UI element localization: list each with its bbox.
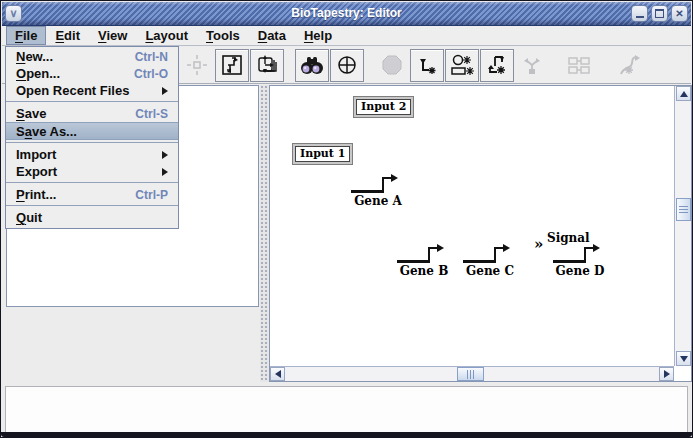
menu-item-import[interactable]: Import — [6, 146, 178, 163]
window-frame-bottom — [1, 432, 692, 437]
bottom-panel — [5, 386, 688, 433]
grip-icon — [679, 206, 688, 214]
menu-help[interactable]: Help — [295, 26, 341, 45]
zoom-box-arrows-button[interactable] — [215, 49, 249, 82]
maximize-icon — [655, 9, 664, 18]
branch-arrows-icon — [520, 53, 544, 77]
center-button[interactable] — [330, 49, 364, 82]
curved-arrow-new-icon — [617, 53, 643, 77]
bent-arrow-new-icon — [415, 53, 439, 77]
menu-tools[interactable]: Tools — [197, 26, 249, 45]
arrow-down-icon — [680, 356, 688, 362]
minimize-icon — [636, 16, 644, 18]
menu-separator — [6, 140, 178, 146]
gene-glyph — [396, 242, 444, 264]
crosshair-target-icon — [335, 53, 359, 77]
gene-shapes-new-icon — [449, 53, 475, 77]
h-scroll-right-button[interactable] — [659, 367, 674, 381]
compress-arrows-button — [180, 49, 214, 82]
accelerator: Ctrl-S — [135, 107, 168, 121]
menu-edit[interactable]: Edit — [46, 26, 89, 45]
menu-item-open[interactable]: Open... Ctrl-O — [6, 65, 178, 82]
binoculars-search-icon — [299, 54, 325, 76]
signal-chevron-icon: » — [534, 238, 543, 250]
submenu-arrow-icon — [162, 168, 168, 176]
search-button[interactable] — [295, 49, 329, 82]
arrows-new-icon — [485, 53, 509, 77]
v-scroll-down-button[interactable] — [676, 351, 691, 366]
node-gene-a[interactable]: Gene A — [350, 172, 406, 208]
menu-layout[interactable]: Layout — [136, 26, 197, 45]
arrow-left-icon — [275, 370, 281, 378]
network-canvas[interactable]: Input 2 Input 1 Gene A Gene B Gene C Gen… — [270, 86, 674, 366]
vertical-scrollbar[interactable] — [674, 86, 691, 366]
stop-button — [375, 49, 409, 82]
layers-arrows-icon — [255, 53, 279, 77]
app-window: ∨ BioTapestry: Editor ✕ File Edit View L… — [0, 0, 693, 438]
menu-item-quit[interactable]: Quit — [6, 209, 178, 226]
split-divider[interactable] — [260, 85, 269, 382]
compress-arrows-icon — [185, 53, 209, 77]
menu-item-save-as[interactable]: Save As... — [6, 122, 178, 140]
add-node-link-button[interactable] — [480, 49, 514, 82]
window-title: BioTapestry: Editor — [2, 6, 691, 20]
add-overlay-button — [562, 49, 596, 82]
node-input-1[interactable]: Input 1 — [295, 146, 350, 162]
menu-item-open-recent-files[interactable]: Open Recent Files — [6, 82, 178, 99]
node-signal[interactable]: Signal — [547, 231, 590, 245]
accelerator: Ctrl-N — [135, 50, 168, 64]
grip-icon — [467, 370, 475, 379]
menu-view[interactable]: View — [89, 26, 136, 45]
node-gene-b[interactable]: Gene B — [396, 242, 452, 278]
maximize-button[interactable] — [651, 5, 668, 22]
titlebar: ∨ BioTapestry: Editor ✕ — [2, 2, 691, 26]
minimize-button[interactable] — [631, 5, 648, 22]
submenu-arrow-icon — [162, 87, 168, 95]
add-link-button[interactable] — [410, 49, 444, 82]
menubar: File Edit View Layout Tools Data Help — [2, 26, 691, 46]
arrow-up-icon — [680, 91, 688, 97]
horizontal-scrollbar[interactable] — [270, 366, 674, 381]
zoom-box-arrows-icon — [220, 53, 244, 77]
menu-item-save[interactable]: Save Ctrl-S — [6, 105, 178, 122]
add-tree-button — [515, 49, 549, 82]
close-button[interactable]: ✕ — [671, 5, 688, 22]
gene-glyph — [462, 242, 510, 264]
menu-separator — [6, 99, 178, 105]
octagon-stop-icon — [380, 53, 404, 77]
file-menu-popup: New... Ctrl-N Open... Ctrl-O Open Recent… — [5, 46, 179, 229]
add-curve-link-button — [613, 49, 647, 82]
node-gene-c[interactable]: Gene C — [462, 242, 518, 278]
h-scroll-left-button[interactable] — [270, 367, 285, 381]
node-input-2[interactable]: Input 2 — [356, 99, 411, 115]
h-scroll-thumb[interactable] — [457, 367, 484, 381]
add-gene-button[interactable] — [445, 49, 479, 82]
node-gene-d[interactable]: Gene D — [552, 242, 608, 278]
gene-glyph — [552, 242, 600, 264]
menu-separator — [6, 180, 178, 186]
paired-boxes-icon — [566, 53, 592, 77]
menu-file[interactable]: File — [6, 26, 46, 45]
layers-arrows-button[interactable] — [250, 49, 284, 82]
submenu-arrow-icon — [162, 151, 168, 159]
close-icon: ✕ — [675, 8, 683, 19]
v-scroll-up-button[interactable] — [676, 86, 691, 101]
menu-data[interactable]: Data — [249, 26, 295, 45]
gene-glyph — [350, 172, 398, 194]
accelerator: Ctrl-O — [134, 67, 168, 81]
v-scroll-thumb[interactable] — [676, 198, 691, 221]
arrow-right-icon — [664, 370, 670, 378]
accelerator: Ctrl-P — [135, 188, 168, 202]
canvas-frame: Input 2 Input 1 Gene A Gene B Gene C Gen… — [269, 85, 692, 382]
menu-item-print[interactable]: Print... Ctrl-P — [6, 186, 178, 203]
menu-item-export[interactable]: Export — [6, 163, 178, 180]
menu-item-new[interactable]: New... Ctrl-N — [6, 48, 178, 65]
menu-separator — [6, 203, 178, 209]
